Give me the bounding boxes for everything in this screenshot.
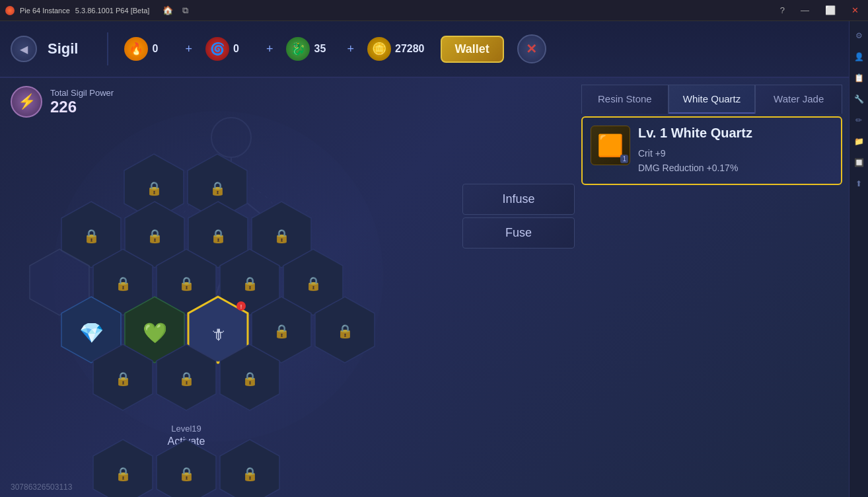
power-label: Total Sigil Power [50,88,114,98]
svg-text:🔒: 🔒 [242,276,258,291]
power-icon: ⚡ [11,86,42,118]
svg-text:💚: 💚 [143,321,168,345]
svg-text:🔒: 🔒 [209,180,226,196]
sidebar-icon-2[interactable]: 👤 [851,50,866,64]
close-button[interactable]: ✕ [848,4,863,17]
svg-text:🔒: 🔒 [178,276,195,291]
svg-text:🔒: 🔒 [242,466,258,482]
svg-text:🔒: 🔒 [115,276,131,291]
tab-water-jade[interactable]: Water Jade [755,85,842,114]
power-text: Total Sigil Power 226 [50,88,114,116]
add-orange-icon[interactable]: + [185,42,192,56]
svg-text:🔒: 🔒 [147,228,163,244]
currency-green: 🐉 35 [286,37,334,61]
sidebar-icon-8[interactable]: ⬆ [851,176,866,191]
help-icon[interactable]: ? [776,4,789,17]
tab-white-quartz[interactable]: White Quartz [669,85,756,114]
app-name: Pie 64 Instance [20,7,70,15]
red-currency-icon: 🌀 [205,37,229,61]
fuse-button[interactable]: Fuse [462,217,575,249]
app-version: 5.3.86.1001 P64 [Beta] [75,7,150,15]
tab-resin-stone[interactable]: Resin Stone [581,85,669,114]
svg-text:🔒: 🔒 [115,466,131,482]
gem-emoji: 🟧 [597,133,624,158]
nav-close-button[interactable]: ✕ [517,34,546,63]
green-currency-value: 35 [314,43,334,55]
back-button[interactable]: ◀ [11,36,37,62]
sidebar-icon-6[interactable]: 📁 [851,134,866,149]
currency-orange: 🔥 0 [124,37,172,61]
sidebar-icon-1[interactable]: ⚙ [851,28,866,43]
svg-text:🔒: 🔒 [337,323,353,339]
item-stat1: Crit +9 [638,146,833,161]
red-currency-value: 0 [233,43,253,55]
currency-red: 🌀 0 [205,37,253,61]
action-panel: Infuse Fuse [462,184,575,249]
item-details: Lv. 1 White Quartz Crit +9 DMG Reduction… [638,126,833,176]
item-gem-badge: 1 [620,155,628,163]
currency-gold: 🪙 27280 [367,37,425,61]
power-value: 226 [50,98,114,116]
svg-text:🔒: 🔒 [210,228,227,244]
svg-text:🔒: 🔒 [178,371,195,387]
orange-currency-icon: 🔥 [124,37,148,61]
item-card: 🟧 1 Lv. 1 White Quartz Crit +9 DMG Reduc… [581,116,842,185]
add-red-icon[interactable]: + [266,42,273,56]
svg-text:🔒: 🔒 [146,180,163,196]
nav-separator [107,32,108,65]
title-bar-left: Pie 64 Instance 5.3.86.1001 P64 [Beta] 🏠… [5,5,188,16]
power-display: ⚡ Total Sigil Power 226 [11,86,114,118]
right-sidebar: ⚙ 👤 📋 🔧 ✏ 📁 🔲 ⬆ [849,21,868,497]
title-bar-controls: ? — ⬜ ✕ [776,4,863,17]
sidebar-icon-7[interactable]: 🔲 [851,155,866,170]
sidebar-icon-5[interactable]: ✏ [851,113,866,128]
orange-currency-value: 0 [152,43,172,55]
svg-text:🔒: 🔒 [115,371,131,387]
level-text: Level19 [171,424,201,434]
minimize-button[interactable]: — [797,4,813,17]
svg-text:🔒: 🔒 [273,323,290,339]
home-icon[interactable]: 🏠 [163,5,173,15]
title-bar: Pie 64 Instance 5.3.86.1001 P64 [Beta] 🏠… [0,0,868,21]
right-panel: Resin Stone White Quartz Water Jade 🟧 1 … [581,85,842,296]
nav-bar: ◀ Sigil 🔥 0 + 🌀 0 + 🐉 35 + 🪙 27280 Walle… [0,21,849,78]
item-gem-icon: 🟧 1 [591,126,630,165]
gold-currency-value: 27280 [395,43,425,55]
green-currency-icon: 🐉 [286,37,310,61]
gold-currency-icon: 🪙 [367,37,391,61]
sidebar-icon-4[interactable]: 🔧 [851,92,866,106]
infuse-button[interactable]: Infuse [462,184,575,215]
item-name: Lv. 1 White Quartz [638,126,833,141]
svg-text:🗡: 🗡 [210,325,226,343]
maximize-button[interactable]: ⬜ [821,4,840,17]
layers-icon[interactable]: ⧉ [182,5,188,16]
svg-text:🔒: 🔒 [83,228,100,244]
wallet-button[interactable]: Wallet [441,36,504,63]
add-green-icon[interactable]: + [347,42,354,56]
svg-text:🔒: 🔒 [178,466,195,482]
hex-grid: 🔒 🔒 🔒 🔒 🔒 🔒 🔒 🔒 🔒 🔒 💎 💚 🗡 [20,118,456,497]
item-stat2: DMG Reduction +0.17% [638,161,833,175]
app-icon [5,6,15,15]
main-content: ⚡ Total Sigil Power 226 🔒 🔒 [0,78,849,497]
svg-text:!: ! [240,303,242,310]
bottom-serial: 30786326503113 [11,482,72,492]
page-title: Sigil [48,40,78,57]
svg-text:🔒: 🔒 [273,228,290,244]
svg-text:🔒: 🔒 [242,371,258,387]
sidebar-icon-3[interactable]: 📋 [851,71,866,85]
tabs-row: Resin Stone White Quartz Water Jade [581,85,842,114]
svg-text:💎: 💎 [79,321,104,345]
svg-text:🔒: 🔒 [305,276,322,291]
